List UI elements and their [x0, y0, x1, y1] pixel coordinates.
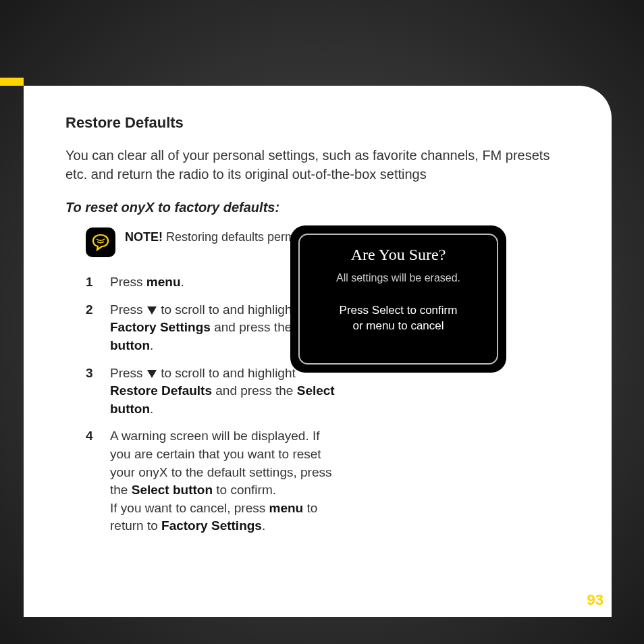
- down-arrow-icon: [146, 306, 157, 315]
- step-number: 2: [86, 301, 98, 319]
- step-number: 3: [86, 365, 98, 383]
- subheading: To reset onyX to factory defaults:: [65, 200, 571, 215]
- accent-strip: [0, 78, 24, 86]
- screen-title: Are You Sure?: [306, 246, 490, 264]
- step-3: 3 Press to scroll to and highlight Resto…: [86, 365, 336, 419]
- down-arrow-icon: [146, 369, 157, 379]
- intro-paragraph: You can clear all of your personal setti…: [65, 146, 571, 184]
- step-number: 1: [86, 273, 98, 292]
- step-4: 4 A warning screen will be displayed. If…: [86, 427, 336, 535]
- device-screen-inner: Are You Sure? All settings will be erase…: [298, 234, 498, 365]
- note-label: NOTE!: [125, 230, 163, 244]
- screen-instruction: Press Select to confirm or menu to cance…: [306, 303, 490, 334]
- section-title: Restore Defaults: [65, 114, 571, 132]
- page-number: 93: [587, 591, 603, 609]
- note-icon: [86, 227, 115, 257]
- svg-marker-0: [147, 306, 157, 315]
- step-number: 4: [86, 427, 98, 446]
- device-screen: Are You Sure? All settings will be erase…: [290, 225, 506, 373]
- screen-subtext: All settings will be erased.: [306, 272, 490, 284]
- svg-marker-1: [147, 370, 157, 378]
